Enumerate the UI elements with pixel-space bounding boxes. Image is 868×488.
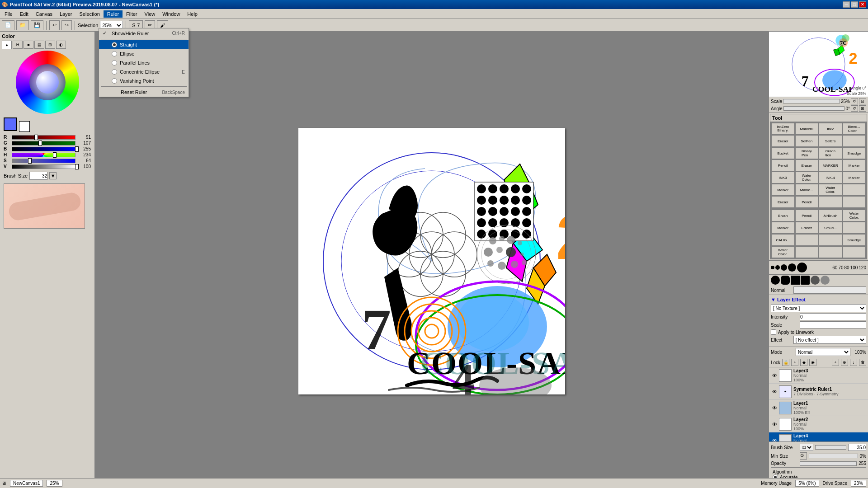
layer-visibility-layer1[interactable]: 👁 [771,404,778,412]
dropdown-ellipse[interactable]: Ellipse [99,49,189,58]
tool-water4[interactable]: WaterColor. [771,246,795,258]
menu-file[interactable]: File [1,10,16,18]
brush-shape-1[interactable] [771,276,780,285]
delete-icon[interactable]: 🗑 [859,359,866,366]
mode-select[interactable]: Normal [796,348,850,356]
mode-display[interactable] [793,286,866,294]
brush-dot-3[interactable] [781,264,787,271]
tool-pencil1[interactable]: Pencil [771,160,795,171]
angle-slider[interactable] [783,106,845,111]
brush-dot-5[interactable] [797,263,807,272]
menu-view[interactable]: View [141,10,159,18]
notexture-select[interactable]: [ No Texture ] [771,304,866,312]
main-canvas[interactable]: 2 [298,128,565,394]
lock-icon-3[interactable]: ◆ [800,359,807,366]
scale-fit[interactable]: ⊡ [859,98,866,104]
color-wheel[interactable] [16,51,79,114]
duplicate-icon[interactable]: ⊕ [841,359,848,366]
min-size-slider[interactable] [809,454,858,458]
dropdown-showhide[interactable]: Show/Hide Ruler Ctrl+R [99,28,189,38]
dropdown-vanishing[interactable]: Vanishing Point [99,76,189,85]
tool-pencil2[interactable]: Pencil [795,196,819,208]
angle-flip[interactable]: ⊞ [859,105,866,112]
tool-selpen[interactable]: SelPen [795,135,819,147]
brush-size-arrow[interactable]: ▼ [49,172,57,179]
color-tab-half[interactable]: ◐ [56,41,66,49]
brush-opacity-slider[interactable] [800,461,857,466]
close-button[interactable]: ✕ [859,1,866,8]
tool-eraser2[interactable]: Eraser [795,160,819,171]
dropdown-reset[interactable]: Reset Ruler BackSpace [99,88,189,97]
tool-airbrush[interactable]: AirBrush [819,210,842,221]
brush-shape-2[interactable] [781,276,790,285]
tool-marker5[interactable]: Marker [771,222,795,234]
tool-blend[interactable]: Blend...Color. [843,123,866,135]
tool-water3[interactable]: WaterColor. [843,210,866,221]
layer-visibility-layer2[interactable]: 👁 [771,421,778,428]
tool-ink4[interactable]: INK-4 [819,172,842,183]
tool-brush1[interactable]: Brush [771,210,795,221]
slider-h-thumb[interactable] [53,152,57,158]
tool-water[interactable]: WaterColor. [795,172,819,183]
tool-smudge2[interactable]: Smudge [843,234,866,246]
tool-eraser[interactable]: Eraser [771,135,795,147]
tool-smud2[interactable]: Smud... [819,222,842,234]
menu-help[interactable]: Help [184,10,201,18]
tool-marker1[interactable]: MARKER [819,160,842,171]
brush-shape-6[interactable] [821,276,830,285]
menu-window[interactable]: Window [159,10,184,18]
color-tab-square[interactable]: ■ [24,41,33,49]
tool-water2[interactable]: WaterColor. [819,184,842,196]
lock-icon-1[interactable]: 🔒 [782,359,789,366]
layer-effect-title[interactable]: ▼ Layer Effect [771,297,866,302]
scale-reset[interactable]: ↺ [851,98,858,104]
tool-selers[interactable]: SelErs [819,135,842,147]
scale-slider[interactable] [783,99,840,103]
layer-visibility-layer4[interactable]: 👁 [771,437,778,442]
tool-marker2[interactable]: Marker [843,160,866,171]
tool-ink3[interactable]: INK3 [771,172,795,183]
brush-dot-1[interactable] [771,266,774,269]
intensity-input[interactable] [800,313,866,320]
tool-ink2[interactable]: Ink2 [819,123,842,135]
color-tab-grid[interactable]: ▤ [34,41,44,49]
layer-item-symruler[interactable]: 👁 ✦ Symmetric Ruler1 7 Divisions · 7-Sym… [769,384,868,400]
tool-smudge[interactable]: Smudge [843,147,866,159]
layer-item-layer3[interactable]: 👁 Layer3 Normal100% [769,367,868,384]
menu-canvas[interactable]: Canvas [32,10,56,18]
apply-linework-checkbox[interactable] [771,329,776,335]
slider-s-thumb[interactable] [28,158,32,164]
tool-marker3[interactable]: Marker [843,172,866,183]
angle-reset[interactable]: ↺ [851,105,858,112]
layer-visibility-layer3[interactable]: 👁 [771,372,778,379]
canvas-area[interactable]: 2 [95,32,769,488]
slider-b-track[interactable] [12,147,75,151]
tool-marke[interactable]: Marke... [795,184,819,196]
brush-size-slider[interactable] [815,445,846,450]
background-color[interactable] [19,121,30,132]
dropdown-straight[interactable]: Straight [99,40,189,49]
color-wheel-container[interactable] [2,51,93,114]
slider-s-track[interactable] [12,159,75,163]
slider-h-track[interactable] [12,153,75,157]
undo-button[interactable]: ↩ [49,20,60,30]
brush-size-input[interactable] [29,172,47,180]
foreground-color[interactable] [4,117,17,131]
tool-marker4[interactable]: Marker [771,184,795,196]
menu-filter[interactable]: Filter [123,10,141,18]
menu-layer[interactable]: Layer [56,10,76,18]
color-tab-h[interactable]: H [13,41,23,49]
brush-dot-2[interactable] [775,265,780,270]
scale-effect-input[interactable] [800,321,866,328]
lock-icon-2[interactable]: + [791,359,798,366]
layer-item-layer1[interactable]: 👁 Layer1 Normal100% Eff [769,400,868,416]
layer-item-layer4[interactable]: 👁 Layer4 Normal100% [769,432,868,441]
lock-icon-4[interactable]: ◉ [809,359,816,366]
brush-size-value[interactable] [848,444,866,451]
layer-visibility-symruler[interactable]: 👁 [771,388,778,395]
tool-marker0[interactable]: Marker0 [795,123,819,135]
tool-gradn[interactable]: Gradntion [819,147,842,159]
brush-size-multiplier[interactable]: x1.0 [800,444,813,451]
brush-shape-4[interactable] [801,276,810,285]
slider-b-thumb[interactable] [75,146,79,152]
